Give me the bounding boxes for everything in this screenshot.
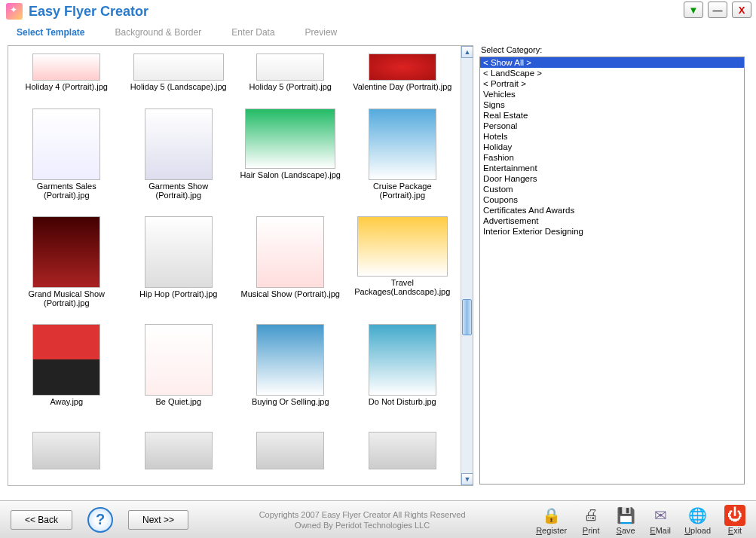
next-button[interactable]: Next >> (128, 510, 188, 530)
category-label: Select Category: (479, 45, 745, 54)
email-label: EMail (650, 526, 671, 535)
scroll-down-button[interactable]: ▼ (461, 473, 473, 485)
footer-actions: 🔒 Register 🖨 Print 💾 Save ✉ EMail 🌐 Uplo… (536, 505, 745, 535)
template-thumbnail[interactable]: Holiday 5 (Portrait).jpg (237, 53, 343, 102)
app-title: Easy Flyer Creator (29, 4, 148, 20)
thumbnail-image (145, 324, 213, 396)
template-thumbnail[interactable]: Grand Musical Show (Portrait).jpg (14, 216, 119, 318)
register-label: Register (536, 526, 567, 535)
category-item[interactable]: < Show All > (480, 57, 744, 68)
category-item[interactable]: Entertainment (480, 163, 744, 173)
scroll-up-button[interactable]: ▲ (461, 46, 473, 58)
copyright-line1: Copyrights 2007 Easy Flyer Creator All R… (188, 509, 536, 520)
category-item[interactable]: Real Estate (480, 110, 744, 121)
category-item[interactable]: Vehicles (480, 89, 744, 99)
category-item[interactable]: < Portrait > (480, 78, 744, 89)
save-button[interactable]: 💾 Save (615, 505, 636, 535)
template-thumbnail[interactable]: Away.jpg (14, 324, 119, 426)
category-item[interactable]: Door Hangers (480, 173, 744, 184)
thumbnail-image (32, 216, 100, 288)
thumbnail-label: Cruise Package (Portrait).jpg (350, 182, 455, 200)
template-thumbnail[interactable]: Valentine Day (Portrait).jpg (350, 53, 455, 102)
back-button[interactable]: << Back (11, 510, 72, 530)
help-button[interactable]: ? (87, 507, 113, 533)
category-item[interactable]: Signs (480, 99, 744, 110)
category-item[interactable]: Personal (480, 121, 744, 131)
category-item[interactable]: Coupons (480, 194, 744, 205)
template-thumbnail[interactable]: Buying Or Selling.jpg (237, 324, 343, 426)
thumbnail-label: Musical Show (Portrait).jpg (241, 289, 340, 298)
template-thumbnail[interactable]: Garments Sales (Portrait).jpg (14, 109, 119, 210)
printer-icon: 🖨 (580, 505, 601, 526)
template-thumbnail[interactable]: Do Not Disturb.jpg (350, 324, 455, 426)
category-item[interactable]: Custom (480, 184, 744, 194)
category-item[interactable]: Certificates And Awards (480, 205, 744, 216)
email-button[interactable]: ✉ EMail (650, 505, 671, 535)
thumbnail-image (145, 109, 213, 180)
window-controls: ▼ — X (684, 2, 751, 18)
thumbnail-label: Holiday 4 (Portrait).jpg (26, 82, 108, 91)
print-button[interactable]: 🖨 Print (580, 505, 601, 535)
footer-bar: << Back ? Next >> Copyrights 2007 Easy F… (0, 500, 756, 538)
copyright-line2: Owned By Peridot Technologies LLC (188, 520, 536, 530)
thumbnail-label: Grand Musical Show (Portrait).jpg (14, 289, 119, 307)
minimize-button[interactable]: — (708, 2, 727, 18)
tab-enter-data[interactable]: Enter Data (231, 27, 274, 38)
thumbnail-label: Hip Hop (Portrait).jpg (139, 289, 217, 298)
thumbnail-image (133, 53, 224, 81)
dropdown-button[interactable]: ▼ (684, 2, 703, 18)
tab-preview[interactable]: Preview (305, 27, 338, 38)
thumbnail-label: Garments Sales (Portrait).jpg (14, 182, 119, 200)
thumbnail-label: Garments Show (Portrait).jpg (126, 182, 231, 200)
template-gallery: Holiday 4 (Portrait).jpgHoliday 5 (Lands… (8, 45, 473, 486)
category-item[interactable]: Hotels (480, 131, 744, 142)
exit-button[interactable]: ⏻ Exit (724, 505, 745, 535)
template-thumbnail[interactable]: Garments Show (Portrait).jpg (126, 109, 231, 210)
template-thumbnail[interactable] (126, 432, 231, 477)
thumbnail-image (256, 53, 324, 81)
thumbnail-image (256, 216, 324, 288)
register-button[interactable]: 🔒 Register (536, 505, 567, 535)
exit-label: Exit (728, 526, 742, 535)
category-item[interactable]: Advertisement (480, 216, 744, 226)
thumbnail-image (357, 216, 448, 277)
thumbnail-image (369, 109, 436, 180)
gallery-scrollbar[interactable]: ▲ ▼ (461, 46, 473, 485)
lock-icon: 🔒 (541, 505, 562, 526)
upload-label: Upload (684, 526, 711, 535)
category-list[interactable]: < Show All >< LandScape >< Portrait >Veh… (479, 57, 745, 485)
category-item[interactable]: < LandScape > (480, 68, 744, 78)
thumbnail-image (369, 432, 436, 469)
thumbnail-image (369, 324, 436, 396)
floppy-icon: 💾 (615, 505, 636, 526)
template-thumbnail[interactable]: Hip Hop (Portrait).jpg (126, 216, 231, 318)
template-thumbnail[interactable]: Travel Packages(Landscape).jpg (350, 216, 455, 318)
thumbnail-image (245, 109, 335, 169)
category-item[interactable]: Holiday (480, 142, 744, 152)
app-icon (6, 3, 23, 20)
template-thumbnail[interactable]: Musical Show (Portrait).jpg (237, 216, 343, 318)
thumbnail-label: Valentine Day (Portrait).jpg (353, 82, 451, 91)
scroll-thumb[interactable] (462, 299, 472, 335)
thumbnail-image (32, 109, 100, 180)
scroll-track[interactable] (461, 58, 473, 473)
close-button[interactable]: X (732, 2, 751, 18)
thumbnail-label: Holiday 5 (Portrait).jpg (249, 82, 332, 91)
upload-button[interactable]: 🌐 Upload (684, 505, 711, 535)
template-thumbnail[interactable]: Cruise Package (Portrait).jpg (350, 109, 455, 210)
template-thumbnail[interactable] (237, 432, 343, 477)
thumbnail-label: Buying Or Selling.jpg (252, 397, 329, 406)
thumbnail-image (145, 432, 213, 469)
template-thumbnail[interactable]: Hair Salon (Landscape).jpg (237, 109, 343, 210)
tab-select-template[interactable]: Select Template (17, 27, 84, 38)
template-thumbnail[interactable]: Be Quiet.jpg (126, 324, 231, 426)
template-thumbnail[interactable]: Holiday 4 (Portrait).jpg (14, 53, 119, 102)
category-item[interactable]: Interior Exterior Designing (480, 226, 744, 237)
tab-background-border[interactable]: Background & Border (115, 27, 201, 38)
thumbnail-label: Holiday 5 (Landscape).jpg (130, 82, 227, 91)
category-item[interactable]: Fashion (480, 152, 744, 163)
template-thumbnail[interactable]: Holiday 5 (Landscape).jpg (126, 53, 231, 102)
template-thumbnail[interactable] (14, 432, 119, 477)
template-thumbnail[interactable] (350, 432, 455, 477)
thumbnail-image (32, 324, 100, 396)
